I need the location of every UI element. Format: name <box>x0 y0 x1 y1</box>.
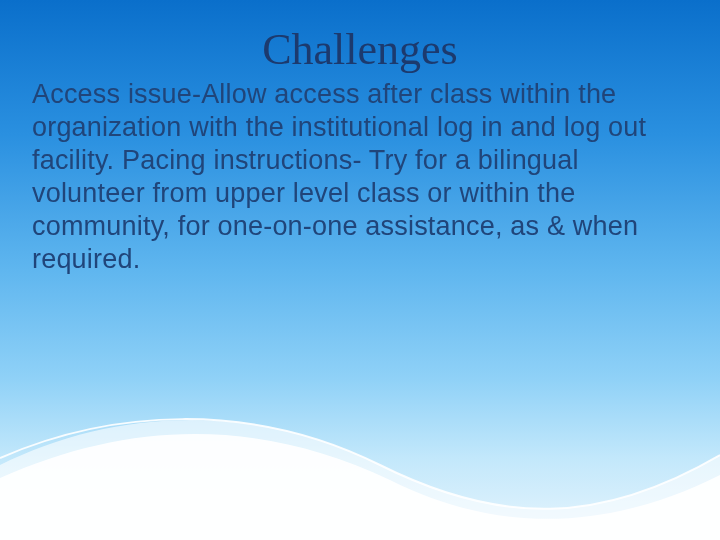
wave-decoration <box>0 340 720 540</box>
slide: Challenges Access issue-Allow access aft… <box>0 0 720 540</box>
slide-content: Challenges Access issue-Allow access aft… <box>0 0 720 276</box>
slide-body-text: Access issue-Allow access after class wi… <box>32 78 688 276</box>
slide-title: Challenges <box>32 28 688 72</box>
